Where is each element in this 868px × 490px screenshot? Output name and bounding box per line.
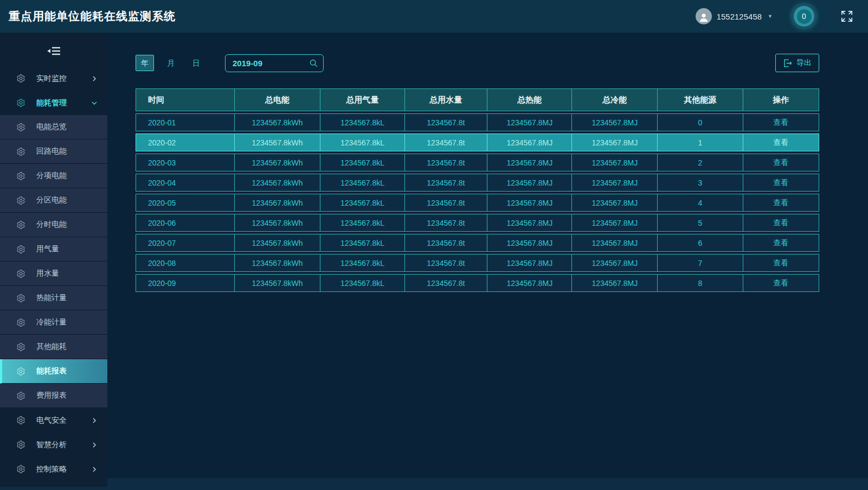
gear-icon: [16, 464, 25, 474]
export-label: 导出: [796, 58, 812, 68]
column-header-2: 总用气量: [320, 88, 404, 111]
cell: 1234567.8MJ: [571, 274, 657, 292]
cell: 1234567.8kL: [320, 174, 404, 192]
cell: 1234567.8kWh: [234, 274, 320, 292]
cell: 1234567.8MJ: [571, 254, 657, 272]
cell: 1234567.8kWh: [234, 174, 320, 192]
cell: 1234567.8MJ: [487, 214, 571, 232]
view-link[interactable]: 查看: [773, 198, 788, 207]
notification-badge[interactable]: 0: [791, 3, 817, 29]
sidebar-item-label: 回路电能: [36, 147, 67, 156]
cell: 1234567.8t: [404, 133, 487, 151]
fullscreen-icon[interactable]: [840, 9, 854, 23]
cell: 1234567.8t: [404, 174, 487, 192]
sidebar-item-label: 能耗报表: [36, 366, 67, 376]
column-header-5: 总冷能: [571, 88, 657, 111]
column-header-3: 总用水量: [404, 88, 487, 111]
cell: 1234567.8MJ: [571, 214, 657, 232]
cell: 1234567.8t: [404, 234, 487, 252]
cell: 1234567.8MJ: [487, 133, 571, 151]
sidebar-item-subitem-power[interactable]: 分项电能: [0, 164, 107, 188]
tab-month[interactable]: 月: [162, 55, 179, 71]
badge-ring: 0: [794, 6, 814, 27]
cell: 2020-03: [136, 154, 234, 171]
cell: 1234567.8kWh: [234, 154, 320, 171]
column-header-0: 时间: [136, 88, 234, 111]
cell: 2020-07: [136, 234, 234, 252]
export-button[interactable]: 导出: [775, 54, 819, 72]
table-row: 2020-031234567.8kWh1234567.8kL1234567.8t…: [136, 154, 819, 171]
cell: 1234567.8kL: [320, 113, 404, 131]
sidebar-item-power-overview[interactable]: 电能总览: [0, 115, 107, 139]
sidebar-item-energy-management[interactable]: 能耗管理: [0, 91, 107, 115]
gear-icon: [16, 269, 25, 278]
sidebar-item-smart-analysis[interactable]: 智慧分析: [0, 432, 107, 457]
tab-year[interactable]: 年: [136, 55, 154, 71]
header-right: 1552125458 ▼ 0: [696, 3, 854, 29]
cell: 1234567.8MJ: [571, 194, 657, 212]
chevron-right-icon: [91, 442, 98, 448]
cell: 0: [657, 113, 743, 131]
sidebar-item-label: 智慧分析: [36, 440, 67, 450]
sidebar-item-control-strategy[interactable]: 控制策略: [0, 457, 107, 481]
column-header-7: 操作: [743, 88, 819, 111]
search-icon[interactable]: [309, 59, 318, 68]
cell: 5: [657, 214, 743, 232]
view-link[interactable]: 查看: [773, 138, 788, 147]
view-link[interactable]: 查看: [773, 118, 788, 126]
sidebar-item-cooling-metering[interactable]: 冷能计量: [0, 310, 107, 335]
sidebar-item-zone-power[interactable]: 分区电能: [0, 188, 107, 213]
table-row: 2020-091234567.8kWh1234567.8kL1234567.8t…: [136, 274, 819, 292]
date-search-box: [225, 54, 324, 72]
sidebar-item-label: 费用报表: [36, 391, 67, 400]
view-link[interactable]: 查看: [773, 238, 788, 247]
sidebar-item-label: 冷能计量: [36, 317, 67, 327]
chevron-right-icon: [91, 75, 98, 82]
sidebar-item-label: 其他能耗: [36, 342, 67, 352]
sidebar-item-other-energy[interactable]: 其他能耗: [0, 335, 107, 359]
action-cell: 查看: [743, 154, 819, 171]
app-header: 重点用能单位能耗在线监测系统 1552125458 ▼ 0: [0, 0, 868, 33]
page-title: 重点用能单位能耗在线监测系统: [9, 9, 176, 24]
user-menu[interactable]: 1552125458 ▼: [696, 8, 773, 24]
sidebar-item-electrical-safety[interactable]: 电气安全: [0, 408, 107, 432]
sidebar-item-circuit-power[interactable]: 回路电能: [0, 139, 107, 164]
period-tabs: 年月日: [136, 55, 213, 71]
cell: 2: [657, 154, 743, 171]
cell: 1234567.8MJ: [571, 234, 657, 252]
cell: 1234567.8MJ: [571, 154, 657, 171]
cell: 2020-08: [136, 254, 234, 272]
cell: 1234567.8kWh: [234, 234, 320, 252]
view-link[interactable]: 查看: [773, 278, 788, 287]
sidebar-item-gas-usage[interactable]: 用气量: [0, 237, 107, 262]
cell: 1234567.8kL: [320, 133, 404, 151]
view-link[interactable]: 查看: [773, 218, 788, 227]
view-link[interactable]: 查看: [773, 158, 788, 167]
tab-day[interactable]: 日: [188, 55, 205, 71]
cell: 1234567.8MJ: [571, 113, 657, 131]
sidebar-item-energy-report[interactable]: 能耗报表: [0, 359, 107, 384]
footer-bar: [0, 478, 868, 490]
view-link[interactable]: 查看: [773, 258, 788, 267]
collapse-menu-icon[interactable]: [0, 33, 107, 58]
sidebar-item-heat-metering[interactable]: 热能计量: [0, 286, 107, 310]
chevron-right-icon: [91, 466, 98, 473]
view-link[interactable]: 查看: [773, 178, 788, 187]
gear-icon: [16, 342, 25, 352]
gear-icon: [16, 367, 25, 376]
sidebar-item-label: 实时监控: [36, 74, 67, 84]
cell: 1234567.8t: [404, 113, 487, 131]
gear-icon: [16, 318, 25, 327]
sidebar-item-realtime-monitoring[interactable]: 实时监控: [0, 66, 107, 91]
action-cell: 查看: [743, 234, 819, 252]
cell: 2020-09: [136, 274, 234, 292]
cell: 4: [657, 194, 743, 212]
cell: 1234567.8MJ: [571, 174, 657, 192]
sidebar-item-time-of-use-power[interactable]: 分时电能: [0, 213, 107, 237]
gear-icon: [16, 245, 25, 254]
cell: 2020-02: [136, 133, 234, 151]
sidebar-item-water-usage[interactable]: 用水量: [0, 262, 107, 286]
cell: 1234567.8MJ: [487, 113, 571, 131]
sidebar-item-cost-report[interactable]: 费用报表: [0, 384, 107, 408]
sidebar-item-label: 电能总览: [36, 122, 67, 132]
